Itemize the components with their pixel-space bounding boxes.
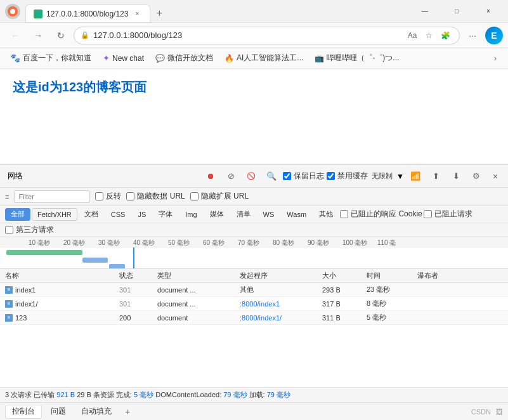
tab-close-btn[interactable]: × — [132, 9, 142, 19]
timeline-bar-1 — [6, 250, 82, 255]
blocked-response-label: 已阻止的响应 Cookie — [351, 209, 422, 220]
devtools-close-button[interactable]: × — [488, 169, 503, 184]
tab-console[interactable]: 控制台 — [5, 405, 42, 419]
type-filter-other[interactable]: 其他 — [313, 208, 339, 221]
hide-data-url-input[interactable] — [126, 192, 134, 200]
stop-recording-button[interactable]: ⊘ — [222, 167, 240, 185]
tab-issues[interactable]: 问题 — [44, 405, 72, 419]
search-button[interactable]: 🔍 — [263, 167, 280, 185]
bookmark-bilibili[interactable]: 📺 哔哩哔哩（゜-゜)つ... — [309, 51, 404, 66]
mark-40ms: 40 毫秒 — [133, 239, 155, 247]
disable-cache-input[interactable] — [327, 172, 335, 180]
maximize-button[interactable]: □ — [442, 2, 471, 21]
type-filter-js[interactable]: JS — [132, 208, 152, 221]
minimize-button[interactable]: — — [410, 2, 440, 21]
bookmark-ai[interactable]: 🔥 AI人工智能算法工... — [219, 51, 308, 66]
disable-cache-checkbox[interactable]: 禁用缓存 — [327, 171, 368, 181]
bookmark-wechat[interactable]: 💬 微信开放文档 — [150, 51, 218, 66]
tab-add-button[interactable]: + — [120, 405, 134, 419]
devtools-panel: 网络 ⏺ ⊘ 🚫 🔍 保留日志 禁用缓存 无限制 ▼ 📶 ⬆ ⬇ ⚙ × ≡ — [0, 164, 508, 420]
mark-50ms: 50 毫秒 — [168, 239, 190, 247]
bookmark-baidu[interactable]: 🐾 百度一下，你就知道 — [5, 51, 96, 66]
col-size[interactable]: 大小 — [320, 271, 364, 280]
import-button[interactable]: ⬆ — [427, 167, 445, 185]
cell-size-2: 317 B — [320, 300, 364, 308]
edge-copilot-button[interactable]: E — [485, 27, 503, 44]
blocked-response-input[interactable] — [340, 210, 348, 218]
mark-10ms: 10 毫秒 — [29, 239, 50, 247]
more-options-button[interactable]: ··· — [462, 25, 483, 46]
refresh-button[interactable]: ↻ — [51, 25, 71, 46]
browser-icon — [5, 4, 20, 19]
invert-checkbox[interactable]: 反转 — [95, 191, 121, 202]
clear-button[interactable]: 🚫 — [242, 167, 260, 185]
cell-name-2: ≡ index1/ — [3, 300, 117, 308]
forward-button[interactable]: → — [28, 25, 48, 46]
wechat-icon: 💬 — [155, 54, 165, 63]
third-party-input[interactable] — [5, 226, 13, 234]
initiator-link-3[interactable]: :8000/index1/ — [240, 314, 282, 322]
type-filter-manifest[interactable]: 清单 — [231, 208, 256, 221]
type-filter-ws[interactable]: WS — [257, 208, 280, 221]
cell-status-3: 200 — [117, 314, 155, 322]
table-row[interactable]: ≡ 123 200 document :8000/index1/ 311 B 5… — [0, 311, 508, 325]
hide-extension-url-checkbox[interactable]: 隐藏扩展 URL — [190, 191, 249, 202]
col-status[interactable]: 状态 — [117, 271, 155, 280]
page-content: 这是id为123的博客页面 — [0, 69, 508, 164]
type-filter-wasm[interactable]: Wasm — [281, 208, 312, 221]
table-row[interactable]: ≡ index1/ 301 document ... :8000/index1 … — [0, 297, 508, 311]
cell-status-1: 301 — [117, 286, 155, 294]
bookmarks-more-button[interactable]: › — [488, 51, 503, 66]
devtools-settings-button[interactable]: ⚙ — [467, 167, 485, 185]
separator-2: 29 B 条资源 完成: — [77, 391, 134, 398]
col-waterfall[interactable]: 瀑布者 — [415, 271, 466, 280]
hide-data-url-checkbox[interactable]: 隐藏数据 URL — [126, 191, 185, 202]
col-initiator[interactable]: 发起程序 — [237, 271, 320, 280]
col-time[interactable]: 时间 — [364, 271, 415, 280]
type-filter-doc[interactable]: 文档 — [79, 208, 104, 221]
tab-autofill[interactable]: 自动填充 — [75, 405, 118, 419]
third-party-checkbox[interactable]: 第三方请求 — [5, 225, 54, 235]
preserve-log-input[interactable] — [283, 172, 291, 180]
address-bar[interactable]: 🔒 127.0.0.1:8000/blog/123 Aa ☆ 🧩 — [74, 27, 460, 44]
type-filter-img[interactable]: Img — [179, 208, 202, 221]
export-button[interactable]: ⬇ — [447, 167, 465, 185]
file-icon-3: ≡ — [5, 314, 13, 322]
filter-input[interactable] — [14, 190, 90, 203]
finish-time: 5 毫秒 — [134, 391, 153, 398]
new-tab-button[interactable]: + — [150, 4, 168, 22]
type-filter-all[interactable]: 全部 — [5, 208, 30, 221]
throttle-selector[interactable]: 无限制 — [370, 171, 394, 181]
blocked-request-input[interactable] — [424, 210, 432, 218]
row-name-2: index1/ — [15, 300, 37, 308]
mark-20ms: 20 毫秒 — [63, 239, 85, 247]
col-type[interactable]: 类型 — [155, 271, 237, 280]
blocked-response-checkbox[interactable]: 已阻止的响应 Cookie — [340, 209, 422, 220]
read-mode-button[interactable]: Aa — [405, 28, 420, 43]
type-filter-media[interactable]: 媒体 — [204, 208, 230, 221]
devtools-bottom-tabs: 控制台 问题 自动填充 + CSDN 🖼 — [0, 402, 508, 420]
hide-extension-url-input[interactable] — [190, 192, 199, 200]
cell-name-1: ≡ index1 — [3, 286, 117, 294]
initiator-link-2[interactable]: :8000/index1 — [240, 300, 280, 308]
col-name[interactable]: 名称 — [3, 271, 117, 280]
watermark: 🖼 — [496, 408, 503, 416]
type-filter-font[interactable]: 字体 — [153, 208, 178, 221]
invert-input[interactable] — [95, 192, 103, 200]
active-tab[interactable]: 🌐 127.0.0.1:8000/blog/123 × — [25, 4, 150, 22]
type-filter-fetch[interactable]: Fetch/XHR — [32, 208, 77, 221]
bookmark-new-chat[interactable]: ✦ New chat — [98, 51, 149, 66]
svg-point-1 — [10, 9, 15, 14]
back-button[interactable]: ← — [5, 25, 25, 46]
blocked-request-checkbox[interactable]: 已阻止请求 — [424, 209, 472, 220]
filter-icon: ≡ — [5, 193, 9, 200]
page-heading: 这是id为123的博客页面 — [13, 79, 495, 96]
close-button[interactable]: × — [474, 2, 503, 21]
favorite-button[interactable]: ☆ — [421, 28, 436, 43]
record-button[interactable]: ⏺ — [202, 167, 219, 185]
mark-90ms: 90 毫秒 — [308, 239, 329, 247]
table-row[interactable]: ≡ index1 301 document ... 其他 293 B 23 毫秒 — [0, 283, 508, 297]
mark-70ms: 70 毫秒 — [238, 239, 259, 247]
type-filter-css[interactable]: CSS — [105, 208, 131, 221]
preserve-log-checkbox[interactable]: 保留日志 — [283, 171, 324, 181]
